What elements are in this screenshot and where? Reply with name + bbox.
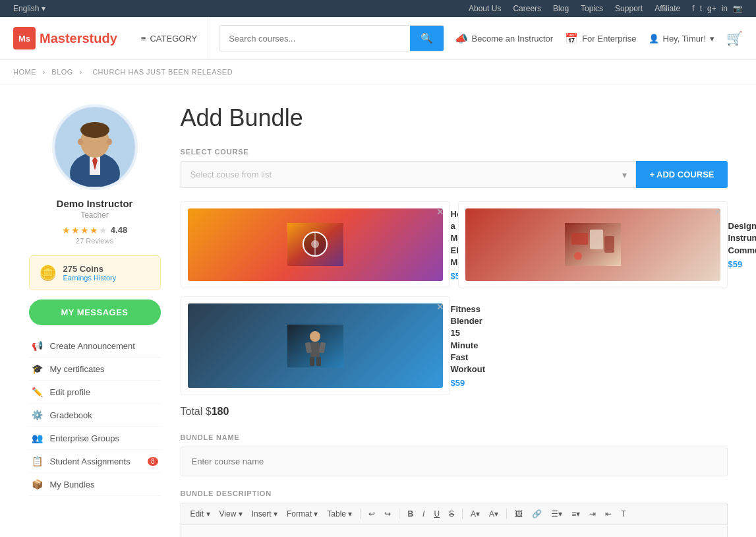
category-button[interactable]: ≡ CATEGORY [131, 17, 208, 60]
home-link[interactable]: HOME [13, 68, 36, 76]
sidebar-item-enterprise-groups[interactable]: 👥 Enterprise Groups [29, 427, 161, 450]
site-header: Ms Masterstudy ≡ CATEGORY 🔍 📣 Become an … [0, 17, 756, 60]
editor-toolbar: Edit ▾ View ▾ Insert ▾ Format ▾ Table ▾ … [181, 503, 728, 524]
topics-link[interactable]: Topics [581, 4, 603, 13]
menu-label: My Bundles [50, 480, 95, 490]
sidebar-item-my-bundles[interactable]: 📦 My Bundles [29, 473, 161, 496]
remove-course-design-button[interactable]: ✕ [714, 207, 722, 216]
assignment-badge: 8 [148, 457, 158, 466]
blog-breadcrumb-link[interactable]: BLOG [51, 68, 73, 76]
chevron-down-icon: ▾ [710, 34, 714, 44]
affiliate-link[interactable]: Affiliate [654, 4, 680, 13]
design-thumbnail [565, 223, 621, 266]
course-title-design: Design Instruments for Communication [728, 220, 757, 257]
earnings-history-link[interactable]: Earnings History [63, 274, 117, 282]
edit-icon: ✏️ [32, 387, 44, 397]
menu-label: Student Assignments [50, 457, 131, 466]
user-menu[interactable]: 👤 Hey, Timur! ▾ [649, 34, 715, 44]
language-selector[interactable]: English ▾ [13, 4, 45, 13]
menu-label: Enterprise Groups [50, 433, 120, 443]
coins-box: 🪙 275 Coins Earnings History [29, 255, 161, 290]
cart-icon[interactable]: 🛒 [726, 30, 743, 46]
sidebar-item-gradebook[interactable]: ⚙️ Gradebook [29, 404, 161, 427]
editor-view-menu[interactable]: View ▾ [216, 507, 247, 521]
twitter-icon[interactable]: t [700, 4, 702, 13]
editor-numbered-list-button[interactable]: ≡▾ [567, 507, 584, 521]
course-card-design: Design Instruments for Communication $59… [458, 201, 728, 288]
editor-format-text-button[interactable]: T [617, 507, 629, 521]
course-thumb-dj [188, 208, 443, 281]
about-us-link[interactable]: About Us [469, 4, 501, 13]
instructor-role: Teacher [29, 210, 161, 220]
svg-rect-13 [571, 233, 588, 245]
linkedin-icon[interactable]: in [722, 4, 728, 13]
careers-link[interactable]: Careers [513, 4, 541, 13]
support-link[interactable]: Support [615, 4, 643, 13]
editor-bold-button[interactable]: B [403, 507, 417, 521]
courses-grid: How to be a DJ? Make Electronic Music $5… [181, 201, 728, 395]
editor-outdent-button[interactable]: ⇤ [601, 507, 616, 521]
search-bar: 🔍 [219, 25, 444, 51]
course-select[interactable]: Select couse from list [181, 161, 637, 188]
sidebar-item-create-announcement[interactable]: 📢 Create Announcement [29, 334, 161, 358]
editor-insert-menu[interactable]: Insert ▾ [248, 507, 281, 521]
search-button[interactable]: 🔍 [410, 26, 444, 51]
editor-edit-menu[interactable]: Edit ▾ [187, 507, 214, 521]
site-logo[interactable]: Ms Masterstudy [13, 27, 117, 49]
bundle-name-input[interactable] [181, 447, 728, 476]
svg-point-5 [80, 122, 109, 138]
editor-strikethrough-button[interactable]: S [445, 507, 458, 521]
editor-italic-button[interactable]: I [419, 507, 428, 521]
blog-link[interactable]: Blog [553, 4, 569, 13]
breadcrumb-current: CHURCH HAS JUST BEEN RELEASED [92, 68, 233, 76]
editor-separator-3 [462, 509, 463, 519]
category-label: CATEGORY [150, 34, 197, 44]
course-price-design: $59 [728, 259, 757, 269]
top-bar: English ▾ About Us Careers Blog Topics S… [0, 0, 756, 17]
instagram-icon[interactable]: 📷 [733, 4, 743, 13]
total-row: Total $180 [181, 406, 728, 418]
total-label: Total $ [181, 406, 212, 417]
svg-rect-23 [316, 357, 321, 366]
svg-rect-15 [604, 236, 614, 253]
editor-bullet-list-button[interactable]: ☰▾ [547, 507, 566, 521]
group-icon: 👥 [32, 433, 44, 443]
sidebar-item-student-assignments[interactable]: 📋 Student Assignments 8 [29, 450, 161, 473]
instructor-name: Demo Instructor [29, 198, 161, 209]
bundle-name-label: BUNDLE NAME [181, 433, 728, 441]
editor-format-menu[interactable]: Format ▾ [283, 507, 322, 521]
menu-label: Edit profile [50, 387, 90, 397]
facebook-icon[interactable]: f [692, 4, 694, 13]
add-course-button[interactable]: + ADD COURSE [636, 161, 727, 188]
editor-undo-button[interactable]: ↩ [364, 507, 379, 521]
remove-course-fitness-button[interactable]: ✕ [436, 302, 444, 311]
editor-bg-color-button[interactable]: A▾ [485, 507, 502, 521]
editor-separator-4 [506, 509, 507, 519]
sidebar-item-edit-profile[interactable]: ✏️ Edit profile [29, 381, 161, 404]
search-input[interactable] [219, 27, 409, 50]
editor-body[interactable] [181, 524, 728, 537]
editor-redo-button[interactable]: ↪ [380, 507, 395, 521]
sidebar-item-my-certificates[interactable]: 🎓 My certificates [29, 358, 161, 381]
header-actions: 📣 Become an Instructor 📅 For Enterprise … [455, 30, 743, 46]
svg-point-7 [107, 139, 112, 145]
coin-icon: 🪙 [39, 265, 57, 282]
svg-point-18 [310, 331, 320, 342]
course-price-fitness: $59 [451, 378, 485, 388]
become-instructor-link[interactable]: 📣 Become an Instructor [455, 32, 554, 45]
sidebar-menu: 📢 Create Announcement 🎓 My certificates … [29, 334, 161, 496]
editor-font-color-button[interactable]: A▾ [467, 507, 484, 521]
remove-course-dj-button[interactable]: ✕ [436, 207, 444, 216]
course-title-fitness: Fitness Blender 15 Minute Fast Workout [451, 303, 485, 375]
editor-link-button[interactable]: 🔗 [528, 507, 546, 521]
google-plus-icon[interactable]: g+ [707, 4, 716, 13]
for-enterprise-link[interactable]: 📅 For Enterprise [565, 32, 636, 45]
editor-table-menu[interactable]: Table ▾ [323, 507, 356, 521]
editor-underline-button[interactable]: U [430, 507, 444, 521]
fitness-thumbnail [287, 325, 343, 367]
my-messages-button[interactable]: MY MESSAGES [29, 300, 161, 325]
editor-image-button[interactable]: 🖼 [511, 507, 527, 521]
editor-indent-button[interactable]: ⇥ [585, 507, 600, 521]
svg-rect-22 [310, 357, 314, 366]
top-nav: About Us Careers Blog Topics Support Aff… [459, 4, 743, 13]
